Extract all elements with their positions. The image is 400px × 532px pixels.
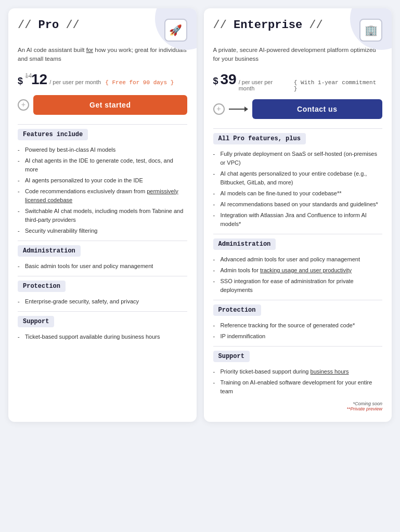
enterprise-features-heading: All Pro features, plus bbox=[213, 133, 306, 144]
pro-admin-divider bbox=[18, 241, 187, 241]
list-item: AI recommendations based on your standar… bbox=[213, 200, 383, 209]
enterprise-price-amount: 39 bbox=[221, 71, 237, 88]
enterprise-cta-row: + Contact us bbox=[213, 99, 383, 119]
enterprise-protection-list: Reference tracking for the source of gen… bbox=[213, 321, 383, 341]
enterprise-price-period: / per user per month bbox=[239, 79, 290, 91]
enterprise-footnote2: **Private preview bbox=[346, 406, 382, 411]
enterprise-plan-title: // Enterprise // bbox=[213, 19, 323, 32]
pro-plan-icon: 🚀 bbox=[164, 19, 187, 42]
rocket-icon: 🚀 bbox=[169, 24, 182, 37]
enterprise-plan-header: // Enterprise // 🏢 bbox=[213, 19, 383, 42]
pro-plan-title: // Pro // bbox=[18, 19, 80, 32]
list-item: Powered by best-in-class AI models bbox=[18, 145, 187, 154]
pro-features-list: Powered by best-in-class AI models AI ch… bbox=[18, 145, 187, 235]
enterprise-footnote1: *Coming soon bbox=[353, 401, 382, 406]
list-item: Switchable AI chat models, including mod… bbox=[18, 207, 187, 224]
list-item: AI agents personalized to your code in t… bbox=[18, 176, 187, 185]
pro-title-suffix: // bbox=[59, 19, 80, 32]
pro-price-period: / per user per month bbox=[49, 79, 101, 85]
list-item: Priority ticket-based support during bus… bbox=[213, 367, 383, 376]
list-item: Fully private deployment on SaaS or self… bbox=[213, 150, 383, 167]
enterprise-protection-heading: Protection bbox=[213, 304, 261, 316]
list-item: Advanced admin tools for user and policy… bbox=[213, 255, 383, 264]
list-item: Integration with Atlassian Jira and Conf… bbox=[213, 211, 383, 229]
enterprise-support-heading: Support bbox=[213, 351, 250, 362]
pro-protection-list: Enterprise-grade security, safety, and p… bbox=[18, 297, 187, 306]
list-item: Reference tracking for the source of gen… bbox=[213, 321, 383, 330]
list-item: AI chat agents personalized to your enti… bbox=[213, 169, 383, 187]
pro-plus-icon: + bbox=[18, 99, 29, 111]
building-icon: 🏢 bbox=[365, 24, 378, 37]
pro-features-section: Features include Powered by best-in-clas… bbox=[18, 129, 187, 235]
pro-features-heading: Features include bbox=[18, 129, 88, 140]
list-item: Code recommendations exclusively drawn f… bbox=[18, 187, 187, 205]
enterprise-features-section: All Pro features, plus Fully private dep… bbox=[213, 133, 383, 229]
enterprise-support-divider bbox=[213, 346, 383, 347]
pro-admin-list: Basic admin tools for user and policy ma… bbox=[18, 262, 187, 271]
enterprise-plan-description: A private, secure AI-powered development… bbox=[213, 46, 383, 64]
list-item: Training on AI-enabled software developm… bbox=[213, 378, 383, 396]
enterprise-features-list: Fully private deployment on SaaS or self… bbox=[213, 150, 383, 229]
list-item: AI chat agents in the IDE to generate co… bbox=[18, 156, 187, 174]
plans-container: // Pro // 🚀 An AI code assistant built f… bbox=[8, 8, 392, 422]
pro-price-dollar-sign: $ bbox=[18, 76, 23, 86]
pro-plan-card: // Pro // 🚀 An AI code assistant built f… bbox=[8, 8, 197, 422]
enterprise-support-section: Support Priority ticket-based support du… bbox=[213, 351, 383, 396]
enterprise-admin-list: Advanced admin tools for user and policy… bbox=[213, 255, 383, 295]
pro-plan-description: An AI code assistant built for how you w… bbox=[18, 46, 187, 64]
pro-protection-divider bbox=[18, 276, 187, 276]
enterprise-features-divider bbox=[213, 128, 383, 129]
pro-plan-header: // Pro // 🚀 bbox=[18, 19, 187, 42]
pro-features-divider bbox=[18, 124, 187, 125]
enterprise-price-tag: { With 1-year commitment } bbox=[294, 79, 382, 92]
enterprise-admin-heading: Administration bbox=[213, 238, 276, 250]
enterprise-price-row: $ 39 / per user per month { With 1-year … bbox=[213, 71, 383, 92]
enterprise-protection-section: Protection Reference tracking for the so… bbox=[213, 304, 383, 341]
pro-support-heading: Support bbox=[18, 316, 54, 327]
pro-cta-row: + Get started bbox=[18, 95, 187, 115]
enterprise-protection-divider bbox=[213, 300, 383, 300]
pro-admin-heading: Administration bbox=[18, 245, 81, 257]
enterprise-support-list: Priority ticket-based support during bus… bbox=[213, 367, 383, 396]
enterprise-price-dollar: $ bbox=[213, 76, 218, 87]
pro-support-list: Ticket-based support available during bu… bbox=[18, 332, 187, 341]
list-item: Enterprise-grade security, safety, and p… bbox=[18, 297, 187, 306]
enterprise-title-suffix: // bbox=[302, 19, 323, 32]
list-item: AI models can be fine-tuned to your code… bbox=[213, 189, 383, 198]
list-item: Security vulnerability filtering bbox=[18, 227, 187, 235]
enterprise-admin-section: Administration Advanced admin tools for … bbox=[213, 238, 383, 295]
pro-protection-section: Protection Enterprise-grade security, sa… bbox=[18, 281, 187, 306]
list-item: Basic admin tools for user and policy ma… bbox=[18, 262, 187, 271]
arrow-line bbox=[229, 109, 244, 110]
enterprise-footnote: *Coming soon **Private preview bbox=[213, 401, 383, 411]
enterprise-title-prefix: // bbox=[213, 19, 234, 32]
list-item: Ticket-based support available during bu… bbox=[18, 332, 187, 341]
arrow-head bbox=[244, 107, 248, 112]
list-item: Admin tools for tracking usage and user … bbox=[213, 266, 383, 275]
pro-admin-section: Administration Basic admin tools for use… bbox=[18, 245, 187, 271]
list-item: IP indemnification bbox=[213, 332, 383, 341]
pro-support-divider bbox=[18, 311, 187, 312]
pro-price-row: $ 14 12 / per user per month { Free for … bbox=[18, 71, 187, 88]
pro-support-section: Support Ticket-based support available d… bbox=[18, 316, 187, 341]
pro-price-strikethrough: 14 bbox=[25, 72, 32, 79]
pro-price-dollar: $ bbox=[18, 76, 23, 87]
enterprise-plus-icon: + bbox=[213, 103, 225, 115]
pro-price-tag: { Free for 90 days } bbox=[105, 79, 174, 86]
pro-get-started-button[interactable]: Get started bbox=[33, 95, 187, 115]
list-item: SSO integration for ease of administrati… bbox=[213, 277, 383, 295]
enterprise-contact-us-button[interactable]: Contact us bbox=[252, 99, 383, 119]
pro-price-amount: 14 12 bbox=[25, 71, 47, 88]
enterprise-plan-card: // Enterprise // 🏢 A private, secure AI-… bbox=[204, 8, 392, 422]
pro-title-prefix: // bbox=[18, 19, 38, 32]
enterprise-cta-arrow bbox=[229, 107, 248, 112]
enterprise-plan-icon: 🏢 bbox=[359, 19, 382, 42]
pro-protection-heading: Protection bbox=[18, 281, 66, 292]
enterprise-admin-divider bbox=[213, 234, 383, 234]
